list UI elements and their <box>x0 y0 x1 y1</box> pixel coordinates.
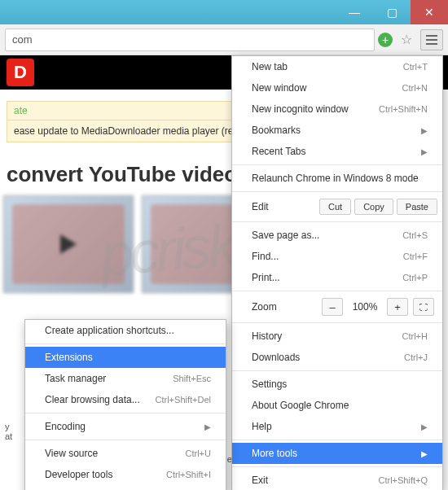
maximize-button[interactable]: ▢ <box>373 0 411 24</box>
menu-about[interactable]: About Google Chrome <box>232 395 442 416</box>
shortcut-text: Ctrl+Shift+Q <box>378 475 428 485</box>
submenu-encoding[interactable]: Encoding▶ <box>25 416 226 437</box>
shortcut-text: Shift+Esc <box>173 374 211 383</box>
toolbar: com + ☆ <box>0 24 448 55</box>
menu-downloads[interactable]: DownloadsCtrl+J <box>232 347 442 368</box>
menu-label: About Google Chrome <box>252 400 349 411</box>
menu-recent-tabs[interactable]: Recent Tabs▶ <box>232 141 442 162</box>
menu-find[interactable]: Find...Ctrl+F <box>232 246 442 267</box>
menu-new-tab[interactable]: New tabCtrl+T <box>232 56 442 77</box>
menu-help[interactable]: Help▶ <box>232 416 442 437</box>
menu-zoom-row: Zoom – 100% + ⛶ <box>232 294 442 320</box>
window-titlebar: — ▢ ✕ <box>0 0 448 24</box>
menu-label: Save page as... <box>252 230 319 241</box>
separator <box>232 291 442 291</box>
menu-label: Edit <box>252 201 316 212</box>
menu-label: Print... <box>252 272 280 283</box>
bookmark-star-icon[interactable]: ☆ <box>396 29 417 50</box>
menu-label: Recent Tabs <box>252 146 306 157</box>
menu-label: More tools <box>252 448 297 459</box>
menu-label: Settings <box>252 378 287 390</box>
separator <box>232 164 442 165</box>
menu-label: New incognito window <box>252 103 349 115</box>
chrome-menu-button[interactable] <box>420 29 443 50</box>
shortcut-text: Ctrl+J <box>404 352 428 362</box>
shortcut-text: Ctrl+P <box>402 273 428 282</box>
chevron-right-icon: ▶ <box>421 449 428 458</box>
submenu-view-source[interactable]: View sourceCtrl+U <box>25 443 226 464</box>
chevron-right-icon: ▶ <box>421 126 428 135</box>
menu-relaunch[interactable]: Relaunch Chrome in Windows 8 mode <box>232 168 442 189</box>
separator <box>232 370 442 371</box>
shortcut-text: Ctrl+F <box>403 252 428 261</box>
chevron-right-icon: ▶ <box>421 147 428 156</box>
menu-label: Task manager <box>45 373 106 384</box>
close-button[interactable]: ✕ <box>411 0 448 24</box>
snippet-text: at <box>5 431 12 441</box>
separator <box>232 440 442 440</box>
menu-label: Create application shortcuts... <box>45 325 174 336</box>
shortcut-text: Ctrl+H <box>402 331 428 341</box>
menu-save-as[interactable]: Save page as...Ctrl+S <box>232 225 442 246</box>
submenu-dev-tools[interactable]: Developer toolsCtrl+Shift+I <box>25 464 226 485</box>
menu-label: New window <box>252 82 306 94</box>
more-tools-submenu: Create application shortcuts... Extensio… <box>24 319 226 490</box>
add-icon[interactable]: + <box>378 33 393 47</box>
menu-label: Extensions <box>45 352 93 363</box>
menu-label: Find... <box>252 251 279 262</box>
menu-exit[interactable]: ExitCtrl+Shift+Q <box>232 470 442 490</box>
shortcut-text: Ctrl+N <box>402 83 428 93</box>
separator <box>232 322 442 323</box>
play-icon <box>60 234 77 254</box>
submenu-task-manager[interactable]: Task managerShift+Esc <box>25 368 226 389</box>
submenu-extensions[interactable]: Extensions <box>25 347 226 368</box>
zoom-out-button[interactable]: – <box>322 298 343 316</box>
menu-settings[interactable]: Settings <box>232 374 442 395</box>
thumbnail <box>3 195 134 293</box>
chrome-main-menu: New tabCtrl+T New windowCtrl+N New incog… <box>231 55 443 490</box>
menu-new-window[interactable]: New windowCtrl+N <box>232 77 442 98</box>
submenu-create-shortcut[interactable]: Create application shortcuts... <box>25 320 226 341</box>
copy-button[interactable]: Copy <box>354 199 393 215</box>
submenu-clear-data[interactable]: Clear browsing data...Ctrl+Shift+Del <box>25 389 226 410</box>
shortcut-text: Ctrl+Shift+I <box>166 470 211 479</box>
address-bar[interactable]: com <box>5 28 375 51</box>
menu-label: Relaunch Chrome in Windows 8 mode <box>252 173 419 184</box>
shortcut-text: Ctrl+Shift+Del <box>156 395 211 405</box>
zoom-value: 100% <box>348 301 382 313</box>
fullscreen-button[interactable]: ⛶ <box>413 298 434 316</box>
menu-label: Downloads <box>252 352 300 363</box>
zoom-in-button[interactable]: + <box>387 298 408 316</box>
chevron-right-icon: ▶ <box>204 422 211 431</box>
submenu-js-console[interactable]: JavaScript consoleCtrl+Shift+J <box>25 485 226 490</box>
separator <box>232 466 442 467</box>
menu-label: Help <box>252 421 272 432</box>
paste-button[interactable]: Paste <box>397 199 437 215</box>
separator <box>232 191 442 192</box>
site-logo-icon: D <box>7 59 34 86</box>
separator <box>25 413 226 413</box>
menu-label: History <box>252 330 282 342</box>
menu-history[interactable]: HistoryCtrl+H <box>232 326 442 347</box>
menu-label: Encoding <box>45 421 86 432</box>
hamburger-icon <box>426 35 437 45</box>
menu-bookmarks[interactable]: Bookmarks▶ <box>232 120 442 141</box>
menu-label: Exit <box>252 475 268 486</box>
menu-label: Developer tools <box>45 469 112 480</box>
minimize-button[interactable]: — <box>336 0 373 24</box>
shortcut-text: Ctrl+Shift+N <box>379 104 428 114</box>
menu-label: Clear browsing data... <box>45 394 140 405</box>
cut-button[interactable]: Cut <box>319 199 351 215</box>
separator <box>25 343 226 344</box>
chevron-right-icon: ▶ <box>421 422 428 431</box>
separator <box>25 440 226 440</box>
shortcut-text: Ctrl+U <box>186 448 211 458</box>
menu-new-incognito[interactable]: New incognito windowCtrl+Shift+N <box>232 98 442 120</box>
menu-label: Bookmarks <box>252 125 301 136</box>
menu-more-tools[interactable]: More tools▶ <box>232 443 442 464</box>
menu-print[interactable]: Print...Ctrl+P <box>232 267 442 288</box>
menu-label: New tab <box>252 61 288 72</box>
menu-label: View source <box>45 448 98 459</box>
snippet-text: y <box>5 422 12 431</box>
url-text: com <box>12 33 33 46</box>
